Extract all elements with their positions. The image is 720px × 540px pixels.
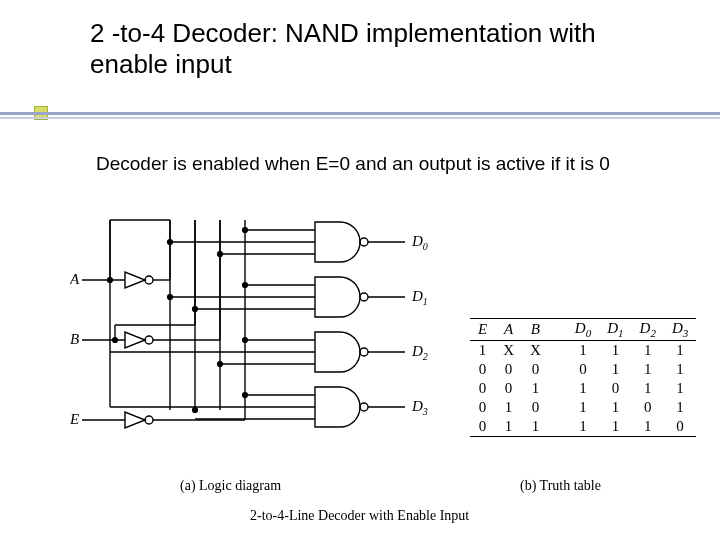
svg-marker-7 [125,412,145,428]
svg-text:D3: D3 [411,398,428,417]
svg-point-40 [193,307,198,312]
svg-point-38 [168,295,173,300]
caption-main: 2-to-4-Line Decoder with Enable Input [250,508,469,524]
svg-point-44 [243,338,248,343]
svg-point-54 [193,408,198,413]
slide: 2 -to-4 Decoder: NAND implementation wit… [0,0,720,540]
slide-title: 2 -to-4 Decoder: NAND implementation wit… [90,18,650,80]
not-gate-e [125,412,153,428]
svg-text:D2: D2 [411,343,428,362]
svg-point-25 [360,238,368,246]
body-text: Decoder is enabled when E=0 and an outpu… [96,152,676,176]
svg-marker-5 [125,332,145,348]
label-b: B [70,331,79,347]
table-row: 0111110 [470,417,696,437]
svg-point-32 [218,252,223,257]
title-block: 2 -to-4 Decoder: NAND implementation wit… [90,18,650,80]
svg-point-24 [113,338,118,343]
truth-table: E A B D0 D1 D2 D3 1XX1111 0000111 001101… [470,318,696,437]
not-gate-b [125,332,153,348]
caption-a: (a) Logic diagram [180,478,281,494]
svg-point-36 [243,283,248,288]
svg-point-49 [360,403,368,411]
svg-point-28 [243,228,248,233]
svg-marker-3 [125,272,145,288]
caption-b: (b) Truth table [520,478,601,494]
svg-point-52 [243,393,248,398]
label-e: E [70,411,79,427]
nand-d1 [168,277,405,317]
svg-text:D1: D1 [411,288,428,307]
nand-d0 [168,222,405,262]
table-row: 0101101 [470,398,696,417]
title-underline [0,112,720,119]
label-a: A [70,271,80,287]
logic-diagram: A B E [70,210,460,470]
svg-point-33 [360,293,368,301]
table-row: 0011011 [470,379,696,398]
svg-point-41 [360,348,368,356]
table-row: 1XX1111 [470,341,696,361]
nand-d3 [110,352,405,427]
svg-text:D0: D0 [411,233,428,252]
not-gate-a [125,272,153,288]
table-row: 0000111 [470,360,696,379]
svg-point-30 [168,240,173,245]
svg-point-46 [218,362,223,367]
